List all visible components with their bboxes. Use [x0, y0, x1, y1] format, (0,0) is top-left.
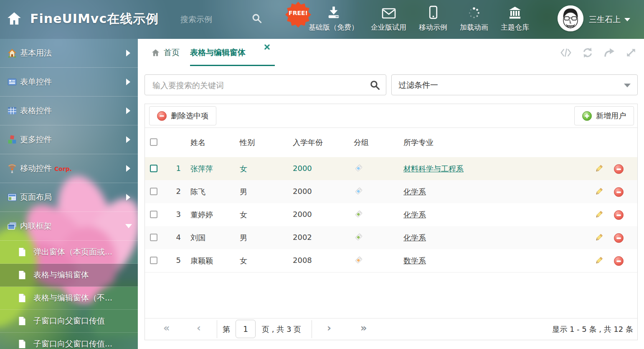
row-checkbox[interactable] — [150, 188, 157, 195]
edit-pencil-icon[interactable] — [595, 256, 603, 265]
edit-pencil-icon[interactable] — [595, 164, 603, 173]
form-icon — [8, 77, 17, 87]
cell-major-link[interactable]: 化学系 — [403, 210, 426, 220]
sidebar-item-basic-usage[interactable]: 基本用法 — [0, 39, 138, 68]
column-header-name[interactable]: 姓名 — [190, 138, 205, 148]
row-number: 4 — [162, 233, 181, 242]
edit-pencil-icon[interactable] — [595, 233, 603, 242]
table-row[interactable]: 1 张萍萍 女 2000 材料科学与工程系 — [145, 157, 637, 181]
row-checkbox[interactable] — [150, 234, 157, 241]
table-row[interactable]: 3 董婷婷 女 2000 化学系 — [145, 203, 637, 227]
delete-row-icon[interactable] — [614, 164, 624, 174]
cell-major-link[interactable]: 数学系 — [403, 256, 426, 266]
sidebar-subitem-grid-edit-window[interactable]: 表格与编辑窗体 — [0, 264, 138, 287]
first-page-button[interactable]: « — [163, 323, 170, 333]
source-code-icon[interactable] — [560, 47, 571, 58]
table-row[interactable]: 2 陈飞 男 2000 化学系 — [145, 180, 637, 204]
spinner-icon — [468, 5, 480, 19]
last-page-button[interactable]: » — [360, 323, 367, 333]
column-header-group[interactable]: 分组 — [354, 138, 369, 148]
cubes-icon — [8, 135, 17, 144]
chevron-right-icon — [126, 136, 130, 143]
cell-year: 2000 — [293, 164, 312, 173]
chevron-right-icon — [126, 165, 130, 172]
avatar[interactable] — [558, 5, 583, 31]
tab-grid-edit-window[interactable]: 表格与编辑窗体 — [190, 39, 246, 66]
header-search-input[interactable] — [180, 12, 247, 27]
sidebar-item-iframe[interactable]: 内联框架 — [0, 212, 138, 241]
row-number: 5 — [162, 256, 181, 265]
maximize-icon[interactable] — [626, 47, 636, 58]
file-icon — [18, 316, 26, 326]
sidebar-item-page-layout[interactable]: 页面布局 — [0, 183, 138, 212]
tab-label: 表格与编辑窗体 — [190, 47, 246, 58]
nav-loading-animation[interactable]: 加载动画 — [454, 5, 494, 32]
avatar-face-drawing — [558, 5, 583, 31]
nav-enterprise-trial[interactable]: 企业版试用 — [365, 5, 413, 32]
sidebar-subitem-label: 弹出窗体（本页面或... — [33, 247, 112, 257]
corp-badge: Corp. — [54, 166, 72, 172]
sidebar-subitem-child-to-parent-2[interactable]: 子窗口向父窗口传值... — [0, 333, 138, 349]
sidebar-subitem-grid-edit-window-2[interactable]: 表格与编辑窗体（不... — [0, 287, 138, 310]
sidebar-item-mobile-controls[interactable]: 移动控件Corp. — [0, 154, 138, 183]
delete-row-icon[interactable] — [614, 256, 624, 266]
download-icon — [326, 5, 341, 19]
user-name: 三生石上 — [589, 14, 621, 25]
filter-dropdown[interactable]: 过滤条件一 — [391, 74, 638, 95]
sidebar-item-label: 表单控件 — [20, 76, 52, 87]
sidebar-subitem-popup-window[interactable]: 弹出窗体（本页面或... — [0, 241, 138, 264]
header-nav: 基础版（免费） 企业版试用 移动示例 — [302, 5, 535, 32]
home-icon[interactable] — [7, 11, 22, 26]
sidebar-subitem-child-to-parent[interactable]: 子窗口向父窗口传值 — [0, 310, 138, 333]
column-header-year[interactable]: 入学年份 — [293, 138, 323, 148]
edit-pencil-icon[interactable] — [595, 187, 603, 196]
refresh-icon[interactable] — [582, 47, 593, 58]
keyword-search-box — [145, 74, 386, 95]
nav-label: 基础版（免费） — [309, 23, 358, 32]
row-checkbox[interactable] — [150, 165, 157, 172]
tag-icon — [354, 233, 363, 242]
file-icon — [18, 247, 26, 257]
close-icon[interactable] — [264, 44, 270, 50]
column-header-gender[interactable]: 性别 — [240, 138, 255, 148]
add-user-button[interactable]: 新增用户 — [574, 106, 634, 125]
page-number-input[interactable] — [236, 320, 256, 338]
header: FineUIMvc在线示例 FREE! 基础版（免费） 企 — [0, 0, 644, 39]
cell-major-link[interactable]: 化学系 — [403, 187, 426, 197]
cell-major-link[interactable]: 化学系 — [403, 233, 426, 243]
sidebar-item-grid-controls[interactable]: 表格控件 — [0, 97, 138, 125]
row-number: 3 — [162, 210, 181, 219]
delete-selected-button[interactable]: 删除选中项 — [149, 106, 216, 125]
nav-label: 移动示例 — [419, 23, 447, 32]
page-content: 过滤条件一 删除选中项 新增用户 姓名 性别 — [138, 66, 644, 349]
user-menu[interactable]: 三生石上 — [589, 14, 630, 25]
search-icon[interactable] — [370, 80, 380, 90]
delete-row-icon[interactable] — [614, 187, 624, 197]
edit-pencil-icon[interactable] — [595, 210, 603, 219]
prev-page-button[interactable]: ‹ — [197, 323, 201, 333]
column-header-major[interactable]: 所学专业 — [403, 138, 434, 148]
row-checkbox[interactable] — [150, 211, 157, 218]
search-icon[interactable] — [251, 13, 262, 24]
divider — [217, 320, 217, 338]
keyword-search-input[interactable] — [152, 76, 366, 94]
delete-row-icon[interactable] — [614, 233, 624, 243]
sidebar-subitem-label: 表格与编辑窗体 — [33, 270, 89, 280]
tab-home[interactable]: 首页 — [151, 39, 180, 66]
sidebar-subitem-label: 子窗口向父窗口传值 — [33, 316, 105, 326]
sidebar-subitem-label: 表格与编辑窗体（不... — [33, 293, 112, 303]
next-page-button[interactable]: › — [327, 323, 331, 333]
nav-basic-free[interactable]: 基础版（免费） — [302, 5, 365, 32]
open-new-window-icon[interactable] — [604, 47, 615, 58]
delete-row-icon[interactable] — [614, 210, 624, 220]
table-row[interactable]: 5 康颖颖 女 2008 数学系 — [145, 249, 637, 273]
cell-major-link[interactable]: 材料科学与工程系 — [403, 164, 464, 174]
button-label: 新增用户 — [596, 111, 626, 121]
table-row[interactable]: 4 刘国 男 2002 化学系 — [145, 226, 637, 250]
row-checkbox[interactable] — [150, 257, 157, 264]
nav-mobile-demo[interactable]: 移动示例 — [413, 5, 454, 32]
nav-theme-store[interactable]: 主题仓库 — [494, 5, 535, 32]
sidebar-item-form-controls[interactable]: 表单控件 — [0, 68, 138, 97]
select-all-checkbox[interactable] — [150, 138, 157, 146]
sidebar-item-more-controls[interactable]: 更多控件 — [0, 125, 138, 154]
